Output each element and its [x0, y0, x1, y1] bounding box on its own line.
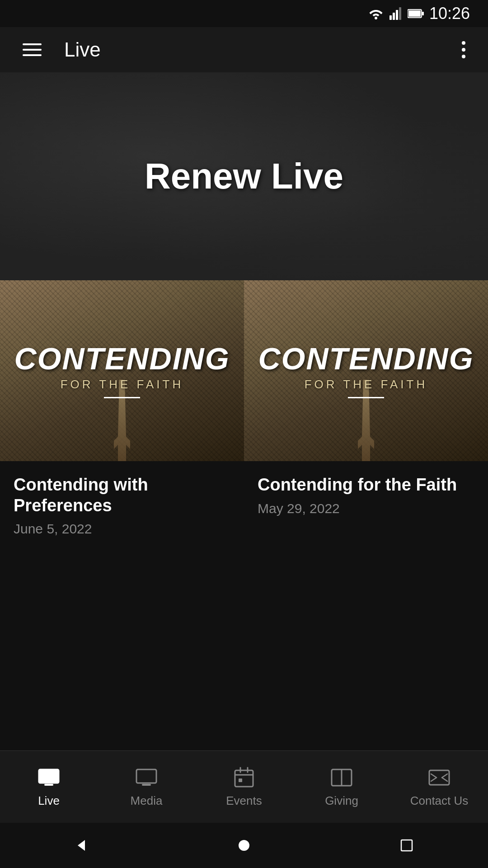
svg-point-0	[375, 17, 377, 19]
card-1-image: CONTENDING FOR THE FAITH	[0, 280, 244, 461]
svg-rect-1	[389, 15, 392, 20]
card-1-contending: CONTENDING	[14, 343, 230, 374]
back-button[interactable]	[68, 832, 95, 859]
card-1-info: Contending with Preferences June 5, 2022	[0, 461, 244, 555]
svg-line-21	[431, 774, 436, 778]
card-1-overlay: CONTENDING FOR THE FAITH	[5, 334, 239, 407]
card-2-overlay: CONTENDING FOR THE FAITH	[249, 334, 483, 407]
system-nav	[0, 823, 488, 868]
card-2-bg: CONTENDING FOR THE FAITH	[244, 280, 488, 461]
card-2-divider	[348, 397, 384, 398]
card-2-contending: CONTENDING	[258, 343, 474, 374]
card-2-title: Contending for the Faith	[258, 475, 474, 495]
card-2-date: May 29, 2022	[258, 501, 474, 516]
nav-item-events[interactable]: Events	[195, 759, 293, 815]
svg-rect-11	[136, 769, 156, 783]
card-1-bg: CONTENDING FOR THE FAITH	[0, 280, 244, 461]
svg-marker-25	[78, 840, 85, 851]
content-spacer	[0, 555, 488, 690]
card-1-date: June 5, 2022	[14, 521, 230, 537]
svg-rect-27	[401, 840, 412, 851]
hero-title: Renew Live	[145, 156, 343, 197]
nav-item-contact[interactable]: Contact Us	[390, 759, 488, 815]
status-bar: 10:26	[0, 0, 488, 27]
card-2-info: Contending for the Faith May 29, 2022	[244, 461, 488, 534]
svg-rect-10	[44, 784, 53, 786]
nav-item-live[interactable]: Live	[0, 759, 98, 815]
nav-label-media: Media	[131, 794, 163, 808]
svg-line-23	[431, 778, 436, 781]
battery-icon	[408, 9, 424, 19]
svg-rect-7	[408, 10, 421, 17]
bottom-nav: Live Media Events	[0, 750, 488, 823]
signal-icon	[389, 7, 402, 20]
card-1-title: Contending with Preferences	[14, 475, 230, 516]
home-button[interactable]	[230, 832, 258, 859]
nav-label-contact: Contact Us	[410, 794, 469, 808]
card-2[interactable]: CONTENDING FOR THE FAITH Contending for …	[244, 280, 488, 555]
svg-point-26	[239, 840, 249, 851]
menu-button[interactable]	[18, 39, 46, 61]
card-2-subtitle: FOR THE FAITH	[258, 377, 474, 392]
card-2-image: CONTENDING FOR THE FAITH	[244, 280, 488, 461]
svg-rect-6	[422, 12, 424, 15]
svg-line-24	[442, 778, 447, 781]
nav-label-giving: Giving	[325, 794, 358, 808]
recents-button[interactable]	[393, 832, 420, 859]
svg-rect-3	[396, 10, 398, 20]
nav-label-live: Live	[38, 794, 60, 808]
svg-rect-17	[239, 778, 242, 782]
toolbar: Live	[0, 27, 488, 72]
live-icon	[37, 766, 61, 789]
hero-banner: Renew Live	[0, 72, 488, 280]
nav-item-giving[interactable]: Giving	[293, 759, 390, 815]
contact-icon	[427, 766, 451, 789]
svg-line-22	[442, 774, 447, 778]
card-1-subtitle: FOR THE FAITH	[14, 377, 230, 392]
svg-rect-2	[393, 13, 395, 20]
status-time: 10:26	[429, 4, 470, 23]
nav-label-events: Events	[226, 794, 262, 808]
wifi-icon	[368, 7, 384, 20]
giving-icon	[330, 766, 353, 789]
more-button[interactable]	[457, 37, 470, 63]
svg-rect-20	[429, 770, 449, 785]
cards-grid: CONTENDING FOR THE FAITH Contending with…	[0, 280, 488, 555]
card-1-divider	[104, 397, 140, 398]
svg-rect-13	[235, 770, 253, 787]
nav-item-media[interactable]: Media	[98, 759, 195, 815]
toolbar-title: Live	[64, 38, 101, 61]
card-1[interactable]: CONTENDING FOR THE FAITH Contending with…	[0, 280, 244, 555]
events-icon	[232, 766, 256, 789]
status-icons: 10:26	[368, 4, 470, 23]
svg-rect-12	[142, 784, 151, 786]
svg-rect-4	[399, 7, 401, 20]
media-icon	[135, 766, 158, 789]
